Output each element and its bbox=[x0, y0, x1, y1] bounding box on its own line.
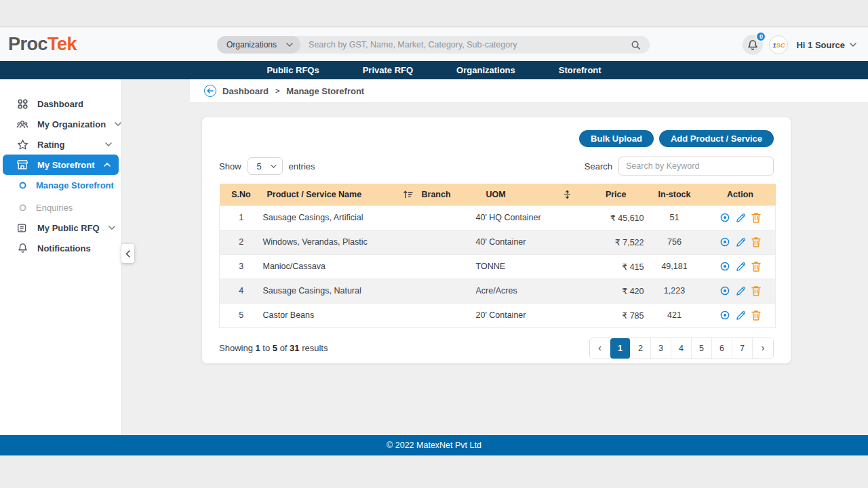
table-controls: Show 5 entries Search bbox=[219, 157, 774, 176]
delete-icon[interactable] bbox=[751, 310, 761, 321]
sidebar-collapse-button[interactable] bbox=[121, 244, 134, 263]
pagination-prev-button[interactable]: ‹ bbox=[590, 338, 610, 359]
edit-icon[interactable] bbox=[736, 262, 746, 272]
notification-bell-button[interactable]: 0 bbox=[743, 35, 763, 55]
view-icon[interactable] bbox=[719, 261, 730, 272]
column-action: Action bbox=[705, 184, 776, 205]
sort-toggle-icon[interactable] bbox=[564, 190, 571, 199]
view-icon[interactable] bbox=[719, 285, 730, 296]
pagination-page-7[interactable]: 7 bbox=[732, 338, 753, 359]
pagination-page-5[interactable]: 5 bbox=[692, 338, 712, 359]
avatar[interactable]: 1SC bbox=[769, 35, 788, 54]
column-product-name[interactable]: Product / Service Name bbox=[263, 184, 422, 205]
table-row: 5 Castor Beans 20' Container ₹ 785 421 bbox=[220, 303, 776, 327]
breadcrumb-current: Manage Storefront bbox=[286, 86, 364, 96]
sidebar: Dashboard My Organization Rating M bbox=[0, 79, 122, 435]
edit-icon[interactable] bbox=[736, 237, 746, 247]
delete-icon[interactable] bbox=[751, 261, 761, 272]
tab-storefront[interactable]: Storefront bbox=[559, 65, 601, 75]
show-label: Show bbox=[219, 161, 241, 171]
sidebar-item-label: My Storefront bbox=[37, 160, 95, 170]
page-size-group: Show 5 entries bbox=[219, 157, 315, 175]
view-icon[interactable] bbox=[719, 310, 730, 321]
sidebar-item-notifications[interactable]: Notifications bbox=[0, 238, 121, 258]
table-row: 3 Manioc/Cassava TONNE ₹ 415 49,181 bbox=[220, 254, 776, 279]
search-category-value: Organizations bbox=[226, 40, 277, 49]
top-band bbox=[0, 0, 868, 27]
search-label: Search bbox=[585, 161, 612, 171]
chevron-down-icon bbox=[115, 122, 121, 126]
page-size-select[interactable]: 5 bbox=[248, 157, 283, 175]
pagination-page-4[interactable]: 4 bbox=[671, 338, 692, 359]
header: ProcTek Organizations 0 1SC Hi 1 Source bbox=[0, 28, 868, 61]
breadcrumb-dashboard[interactable]: Dashboard bbox=[222, 86, 269, 96]
keyword-search-group: Search bbox=[585, 157, 774, 176]
sidebar-item-manage-storefront[interactable]: Manage Storefront bbox=[0, 175, 121, 195]
view-icon[interactable] bbox=[719, 212, 730, 223]
pagination-page-1[interactable]: 1 bbox=[610, 338, 631, 359]
view-icon[interactable] bbox=[719, 237, 730, 247]
user-menu[interactable]: Hi 1 Source bbox=[796, 40, 856, 50]
sidebar-item-label: Dashboard bbox=[37, 99, 112, 109]
chevron-up-icon bbox=[104, 163, 111, 167]
cell-uom: 40' HQ Container bbox=[476, 205, 576, 230]
pagination-page-6[interactable]: 6 bbox=[712, 338, 732, 359]
edit-icon[interactable] bbox=[736, 286, 746, 296]
back-button[interactable] bbox=[204, 85, 216, 97]
footer: © 2022 MatexNet Pvt Ltd bbox=[0, 435, 868, 455]
cell-product-name: Sausage Casings, Natural bbox=[263, 279, 422, 303]
cell-uom: 20' Container bbox=[476, 303, 576, 327]
logo[interactable]: ProcTek bbox=[8, 34, 77, 55]
keyword-search-input[interactable] bbox=[618, 157, 774, 176]
sidebar-item-label: Enquiries bbox=[36, 203, 112, 213]
delete-icon[interactable] bbox=[751, 285, 761, 296]
sidebar-item-my-public-rfq[interactable]: My Public RFQ bbox=[0, 218, 121, 238]
tab-private-rfq[interactable]: Private RFQ bbox=[363, 65, 413, 75]
search-category-select[interactable]: Organizations bbox=[217, 36, 300, 54]
cell-price: ₹ 420 bbox=[576, 279, 644, 303]
tab-organizations[interactable]: Organizations bbox=[456, 65, 515, 75]
cell-branch bbox=[422, 205, 476, 230]
tab-public-rfqs[interactable]: Public RFQs bbox=[267, 65, 319, 75]
logo-text-proc: Proc bbox=[8, 34, 47, 54]
cell-sno: 1 bbox=[220, 205, 263, 230]
chevron-down-icon bbox=[105, 142, 112, 146]
content-area: Dashboard > Manage Storefront Bulk Uploa… bbox=[122, 79, 868, 435]
page-size-value: 5 bbox=[257, 161, 262, 171]
edit-icon[interactable] bbox=[736, 310, 746, 321]
cell-sno: 4 bbox=[220, 279, 263, 303]
table-row: 4 Sausage Casings, Natural Acre/Acres ₹ … bbox=[220, 279, 776, 303]
sidebar-item-dashboard[interactable]: Dashboard bbox=[0, 94, 121, 114]
sidebar-item-my-storefront[interactable]: My Storefront bbox=[3, 155, 119, 175]
sidebar-item-enquiries[interactable]: Enquiries bbox=[0, 197, 121, 218]
sidebar-item-my-organization[interactable]: My Organization bbox=[0, 114, 121, 134]
sidebar-item-rating[interactable]: Rating bbox=[0, 134, 121, 155]
search-icon[interactable] bbox=[631, 40, 641, 50]
add-product-service-button[interactable]: Add Product / Service bbox=[659, 130, 774, 147]
cell-sno: 3 bbox=[220, 254, 263, 279]
cell-branch bbox=[422, 279, 476, 303]
global-search-input[interactable] bbox=[300, 40, 631, 49]
column-product-name-label: Product / Service Name bbox=[267, 190, 362, 199]
cell-in-stock: 49,181 bbox=[644, 254, 705, 279]
chevron-down-icon bbox=[286, 43, 293, 47]
pagination-next-button[interactable]: › bbox=[753, 338, 773, 359]
edit-icon[interactable] bbox=[736, 213, 746, 223]
sort-ascending-icon[interactable] bbox=[403, 190, 413, 199]
cell-uom: Acre/Acres bbox=[476, 279, 576, 303]
cell-product-name: Castor Beans bbox=[263, 303, 422, 327]
people-icon bbox=[16, 119, 28, 129]
column-in-stock: In-stock bbox=[644, 184, 705, 205]
delete-icon[interactable] bbox=[751, 212, 761, 223]
results-summary: Showing 1 to 5 of 31 results bbox=[219, 343, 328, 353]
sidebar-item-label: My Organization bbox=[37, 119, 106, 129]
pagination-page-3[interactable]: 3 bbox=[651, 338, 671, 359]
cell-sno: 2 bbox=[220, 230, 263, 254]
sidebar-item-label: Manage Storefront bbox=[36, 180, 114, 190]
delete-icon[interactable] bbox=[751, 237, 761, 247]
radio-circle-icon bbox=[18, 182, 26, 189]
pagination-page-2[interactable]: 2 bbox=[631, 338, 651, 359]
table-header-row: S.No Product / Service Name Branch bbox=[220, 184, 776, 205]
column-uom[interactable]: UOM bbox=[476, 184, 576, 205]
bulk-upload-button[interactable]: Bulk Upload bbox=[579, 130, 654, 147]
